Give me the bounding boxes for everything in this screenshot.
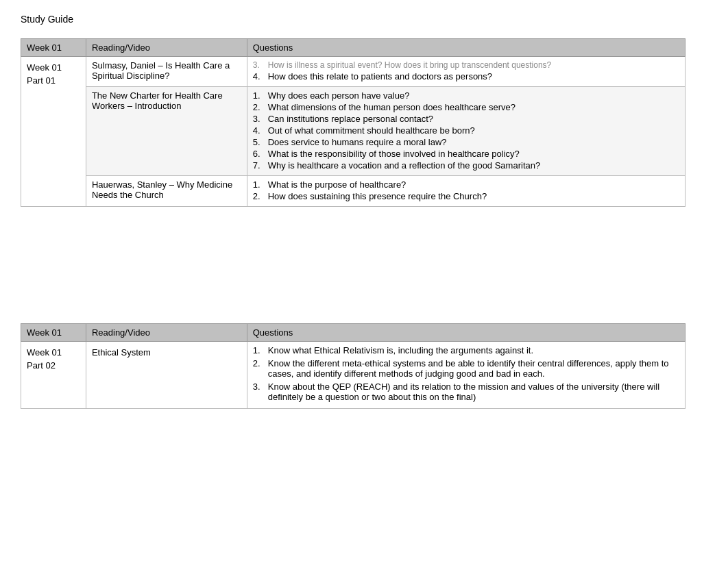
second-table-wrapper: Week 01 Reading/Video Questions Week 01 … [21, 323, 707, 409]
week-label: Week 01 [27, 62, 80, 73]
week-part-cell-2: Week 01 Part 02 [21, 342, 86, 409]
q-text: How does this relate to patients and doc… [268, 71, 492, 82]
q-text: What dimensions of the human person does… [268, 102, 515, 112]
q-text: Can institutions replace personal contac… [268, 114, 433, 124]
q-num: 2. [253, 102, 268, 112]
question-item: 2. Know the different meta-ethical syste… [253, 358, 679, 379]
question-item: 7. Why is healthcare a vocation and a re… [253, 160, 679, 171]
week-label-2: Week 01 [27, 347, 80, 358]
q-text: How is illness a spiritual event? How do… [268, 60, 552, 70]
q-num: 2. [253, 358, 268, 379]
table2-header-reading: Reading/Video [86, 324, 247, 342]
question-item: 1. What is the purpose of healthcare? [253, 179, 679, 190]
question-list: 1. Why does each person have value? 2. W… [253, 90, 679, 171]
question-item: 1. Why does each person have value? [253, 90, 679, 101]
table1-header-week: Week 01 [21, 39, 86, 57]
reading-cell-2: Ethical System [86, 342, 247, 409]
question-item: 4. Out of what commitment should healthc… [253, 125, 679, 136]
table-row: The New Charter for Health Care Workers … [21, 87, 685, 176]
reading-cell: Hauerwas, Stanley – Why Medicine Needs t… [86, 176, 247, 207]
question-item: 3. Know about the QEP (REACH) and its re… [253, 381, 679, 402]
question-item: 4. How does this relate to patients and … [253, 71, 679, 82]
q-num: 3. [253, 60, 268, 70]
q-text: Know the different meta-ethical systems … [268, 358, 679, 379]
q-text: Know about the QEP (REACH) and its relat… [268, 381, 679, 402]
q-num: 1. [253, 345, 268, 355]
q-text: Why does each person have value? [268, 90, 410, 101]
question-item: 1. Know what Ethical Relativism is, incl… [253, 345, 679, 355]
q-num: 3. [253, 381, 268, 402]
question-item: 6. What is the responsibility of those i… [253, 149, 679, 159]
question-list: 1. What is the purpose of healthcare? 2.… [253, 179, 679, 201]
table-row: Week 01 Part 02 Ethical System 1. Know w… [21, 342, 685, 409]
questions-cell: 1. Why does each person have value? 2. W… [247, 87, 685, 176]
q-num: 5. [253, 137, 268, 147]
question-item: 2. What dimensions of the human person d… [253, 102, 679, 112]
question-item: 2. How does sustaining this presence req… [253, 191, 679, 201]
question-item: 5. Does service to humans require a mora… [253, 137, 679, 147]
q-text: What is the responsibility of those invo… [268, 149, 520, 159]
part-label: Part 01 [27, 75, 80, 86]
q-num: 4. [253, 71, 268, 82]
reading-cell: The New Charter for Health Care Workers … [86, 87, 247, 176]
questions-cell-2: 1. Know what Ethical Relativism is, incl… [247, 342, 685, 409]
table-row: Week 01 Part 01 Sulmasy, Daniel – Is Hea… [21, 57, 685, 87]
q-text: Know what Ethical Relativism is, includi… [268, 345, 533, 355]
q-num: 1. [253, 179, 268, 190]
questions-cell: 3. How is illness a spiritual event? How… [247, 57, 685, 87]
q-num: 3. [253, 114, 268, 124]
week-part-cell: Week 01 Part 01 [21, 57, 86, 207]
q-num: 4. [253, 125, 268, 136]
section-gap [21, 227, 707, 323]
q-text: How does sustaining this presence requir… [268, 191, 487, 201]
questions-cell: 1. What is the purpose of healthcare? 2.… [247, 176, 685, 207]
q-text: Out of what commitment should healthcare… [268, 125, 475, 136]
page-title: Study Guide [21, 14, 707, 25]
question-list: 3. How is illness a spiritual event? How… [253, 60, 679, 82]
part-label-2: Part 02 [27, 360, 80, 371]
q-num: 1. [253, 90, 268, 101]
table2-header-week: Week 01 [21, 324, 86, 342]
study-table-1: Week 01 Reading/Video Questions Week 01 … [21, 38, 685, 207]
q-num: 7. [253, 160, 268, 171]
q-text: What is the purpose of healthcare? [268, 179, 407, 190]
reading-cell: Sulmasy, Daniel – Is Health Care a Spiri… [86, 57, 247, 87]
q-text: Does service to humans require a moral l… [268, 137, 447, 147]
study-table-2: Week 01 Reading/Video Questions Week 01 … [21, 323, 685, 409]
q-num: 2. [253, 191, 268, 201]
table1-header-questions: Questions [247, 39, 685, 57]
table2-header-questions: Questions [247, 324, 685, 342]
question-item: 3. How is illness a spiritual event? How… [253, 60, 679, 70]
q-num: 6. [253, 149, 268, 159]
question-list-2: 1. Know what Ethical Relativism is, incl… [253, 345, 679, 402]
table1-header-reading: Reading/Video [86, 39, 247, 57]
question-item: 3. Can institutions replace personal con… [253, 114, 679, 124]
table-row: Hauerwas, Stanley – Why Medicine Needs t… [21, 176, 685, 207]
q-text: Why is healthcare a vocation and a refle… [268, 160, 540, 171]
